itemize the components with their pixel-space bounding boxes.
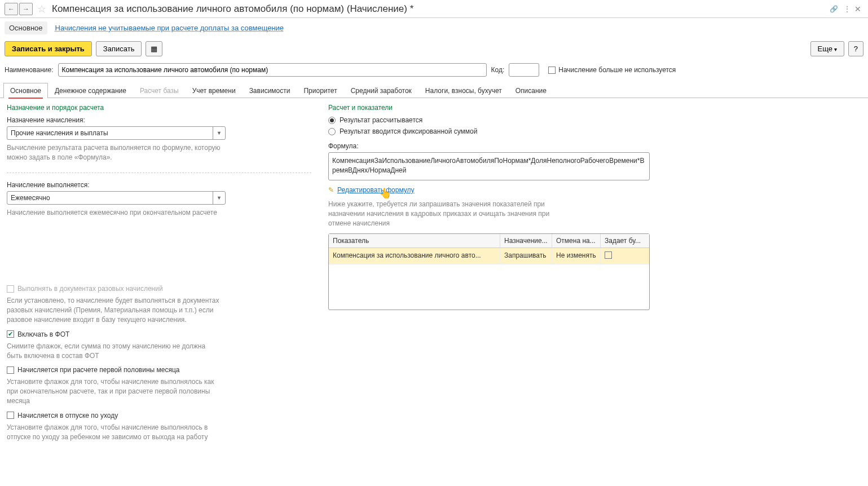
tab-deps[interactable]: Зависимости: [243, 83, 297, 98]
th-cancel[interactable]: Отмена на...: [552, 234, 601, 248]
close-icon[interactable]: ✕: [852, 5, 863, 14]
not-used-checkbox[interactable]: [548, 67, 556, 74]
tab-money[interactable]: Денежное содержание: [48, 83, 133, 98]
right-section-title: Расчет и показатели: [328, 104, 861, 112]
cb3-hint: Установите флажок для того, чтобы начисл…: [7, 377, 221, 405]
tab-desc[interactable]: Описание: [509, 83, 553, 98]
cb-fot-label: Включать в ФОТ: [17, 330, 69, 338]
nazn-select[interactable]: Прочие начисления и выплаты ▼: [7, 126, 226, 140]
cb4-hint: Установите флажок для того, чтобы начисл…: [7, 423, 221, 442]
td-sets-checkbox[interactable]: [605, 251, 612, 259]
tab-time[interactable]: Учет времени: [186, 83, 243, 98]
tab-base: Расчет базы: [133, 83, 186, 98]
more-vertical-icon[interactable]: ⋮: [842, 4, 852, 14]
formula-label: Формула:: [328, 142, 861, 150]
name-label: Наименование:: [5, 66, 54, 74]
more-button[interactable]: Еще: [810, 41, 844, 56]
link-icon[interactable]: 🔗: [829, 4, 839, 14]
nazn-value: Прочие начисления и выплаты: [7, 127, 213, 139]
tab-main[interactable]: Основное: [3, 83, 48, 98]
chevron-down-icon[interactable]: ▼: [213, 127, 225, 139]
cb-leave-label: Начисляется в отпуске по уходу: [17, 412, 118, 419]
cb-one-time-label: Выполнять в документах разовых начислени…: [17, 285, 163, 293]
chevron-down-icon[interactable]: ▼: [213, 192, 225, 204]
not-used-label: Начисление больше не используется: [558, 66, 676, 74]
left-section-title: Назначение и порядок расчета: [7, 104, 311, 112]
cb-first-half[interactable]: [7, 366, 14, 374]
subnav-main[interactable]: Основное: [5, 21, 47, 34]
th-sets[interactable]: Задает бу...: [601, 234, 649, 248]
tabs: Основное Денежное содержание Расчет базы…: [0, 82, 868, 98]
subnav-link[interactable]: Начисления не учитываемые при расчете до…: [55, 24, 284, 32]
vyp-hint: Начисление выполняется ежемесячно при ок…: [7, 208, 221, 218]
vyp-value: Ежемесячно: [7, 192, 213, 204]
cb-leave[interactable]: [7, 412, 14, 419]
th-indicator[interactable]: Показатель: [329, 234, 500, 248]
td-indicator: Компенсация за использование личного авт…: [329, 248, 500, 264]
pencil-icon: ✎: [328, 186, 334, 194]
cb-fot[interactable]: [7, 330, 14, 338]
formula-box: КомпенсацияЗаИспользованиеЛичногоАвтомоб…: [328, 152, 650, 180]
cb1-hint: Если установлено, то начисление будет вы…: [7, 296, 221, 324]
indicators-hint: Ниже укажите, требуется ли запрашивать з…: [328, 200, 565, 228]
name-input[interactable]: [58, 63, 487, 77]
forward-button[interactable]: →: [19, 3, 33, 15]
radio-fixed-label: Результат вводится фиксированной суммой: [340, 127, 477, 135]
window-title: Компенсация за использование личного авт…: [50, 3, 825, 15]
radio-calc[interactable]: [328, 117, 336, 124]
td-sets: [601, 248, 649, 264]
tab-tax[interactable]: Налоги, взносы, бухучет: [418, 83, 509, 98]
table-row[interactable]: Компенсация за использование личного авт…: [329, 248, 649, 264]
report-icon-button[interactable]: ▦: [146, 41, 162, 56]
radio-fixed[interactable]: [328, 128, 336, 135]
code-input[interactable]: [509, 63, 539, 77]
cb2-hint: Снимите флажок, если сумма по этому начи…: [7, 342, 221, 361]
nazn-hint: Вычисление результата расчета выполняетс…: [7, 143, 221, 162]
cb-first-half-label: Начисляется при расчете первой половины …: [17, 366, 179, 374]
radio-calc-label: Результат рассчитывается: [340, 116, 422, 124]
vyp-label: Начисление выполняется:: [7, 181, 311, 189]
divider: [7, 173, 311, 173]
td-cancel: Не изменять: [552, 248, 601, 264]
favorite-star-icon[interactable]: ☆: [37, 3, 46, 15]
code-label: Код:: [491, 66, 505, 74]
edit-formula-link[interactable]: Редактировать формулу: [337, 186, 415, 194]
td-assign: Запрашивать: [500, 248, 552, 264]
save-button[interactable]: Записать: [96, 41, 142, 56]
nazn-label: Назначение начисления:: [7, 116, 311, 124]
th-assign[interactable]: Назначение...: [500, 234, 552, 248]
save-close-button[interactable]: Записать и закрыть: [5, 41, 92, 56]
back-button[interactable]: ←: [5, 3, 18, 15]
indicators-table: Показатель Назначение... Отмена на... За…: [328, 233, 650, 310]
tab-avg[interactable]: Средний заработок: [344, 83, 418, 98]
help-button[interactable]: ?: [848, 41, 863, 56]
cb-one-time: [7, 285, 14, 293]
tab-priority[interactable]: Приоритет: [297, 83, 343, 98]
vyp-select[interactable]: Ежемесячно ▼: [7, 191, 226, 205]
